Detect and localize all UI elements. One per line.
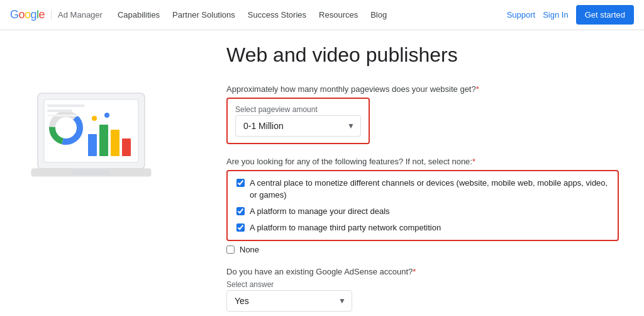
features-section: Are you looking for any of the following… (226, 157, 619, 254)
nav-partner-solutions[interactable]: Partner Solutions (172, 10, 235, 20)
feature-checkbox-0[interactable]: A central place to monetize different ch… (236, 178, 609, 200)
page-wrapper: Web and video publishers Approximately h… (0, 30, 644, 316)
adsense-sublabel: Select answer (226, 280, 619, 289)
svg-rect-14 (47, 110, 72, 112)
svg-rect-3 (99, 125, 108, 156)
features-none-label: None (240, 245, 259, 254)
adsense-select[interactable]: Yes No (226, 290, 352, 312)
feature-checkbox-input-0[interactable] (236, 179, 245, 187)
right-panel: Web and video publishers Approximately h… (201, 43, 619, 316)
nav-resources[interactable]: Resources (319, 10, 358, 20)
pageviews-select[interactable]: 0-1 Million 1-10 Million 10-100 Million … (235, 115, 361, 137)
pageviews-highlight-box: Select pageview amount 0-1 Million 1-10 … (226, 98, 370, 144)
logo: Google Ad Manager (10, 8, 103, 21)
svg-rect-15 (47, 115, 79, 116)
adsense-select-wrapper: Select answer Yes No ▼ (226, 280, 619, 312)
nav-capabilities[interactable]: Capabilities (118, 10, 160, 20)
pageviews-section: Approximately how many monthly pageviews… (226, 84, 619, 144)
signin-link[interactable]: Sign In (543, 10, 568, 20)
svg-rect-13 (47, 104, 85, 107)
laptop-illustration (25, 81, 164, 194)
pageviews-select-wrapper: 0-1 Million 1-10 Million 10-100 Million … (235, 115, 361, 137)
nav-success-stories[interactable]: Success Stories (248, 10, 306, 20)
feature-checkbox-input-2[interactable] (236, 223, 245, 232)
feature-checkbox-label-0: A central place to monetize different ch… (250, 178, 609, 200)
feature-checkbox-1[interactable]: A platform to manage your direct deals (236, 206, 609, 217)
product-name: Ad Manager (51, 10, 103, 20)
adsense-select-inner: Yes No ▼ (226, 290, 352, 312)
navbar: Google Ad Manager Capabilities Partner S… (0, 0, 644, 30)
svg-rect-2 (88, 134, 97, 156)
left-panel (25, 43, 201, 316)
features-checkbox-group: A central place to monetize different ch… (226, 170, 619, 241)
svg-rect-5 (122, 138, 131, 156)
page-title: Web and video publishers (226, 43, 619, 67)
google-wordmark: Google (10, 8, 45, 21)
feature-checkbox-input-1[interactable] (236, 207, 245, 215)
features-none-option[interactable]: None (226, 245, 619, 254)
svg-point-9 (92, 116, 97, 121)
nav-actions: Support Sign In Get started (507, 5, 634, 25)
nav-blog[interactable]: Blog (370, 10, 387, 20)
svg-rect-4 (111, 130, 119, 156)
features-none-checkbox[interactable] (226, 245, 235, 254)
adsense-section: Do you have an existing Google AdSense a… (226, 267, 619, 312)
support-link[interactable]: Support (507, 10, 536, 20)
feature-checkbox-label-1: A platform to manage your direct deals (250, 206, 390, 217)
pageviews-label: Approximately how many monthly pageviews… (226, 84, 619, 94)
adsense-label: Do you have an existing Google AdSense a… (226, 267, 619, 276)
svg-rect-12 (72, 170, 110, 175)
feature-checkbox-label-2: A platform to manage third party network… (250, 222, 441, 234)
features-label: Are you looking for any of the following… (226, 157, 619, 166)
feature-checkbox-2[interactable]: A platform to manage third party network… (236, 222, 609, 234)
pageviews-sublabel: Select pageview amount (235, 105, 361, 114)
get-started-button[interactable]: Get started (576, 5, 634, 25)
nav-links: Capabilities Partner Solutions Success S… (118, 10, 507, 20)
svg-point-10 (104, 113, 109, 118)
